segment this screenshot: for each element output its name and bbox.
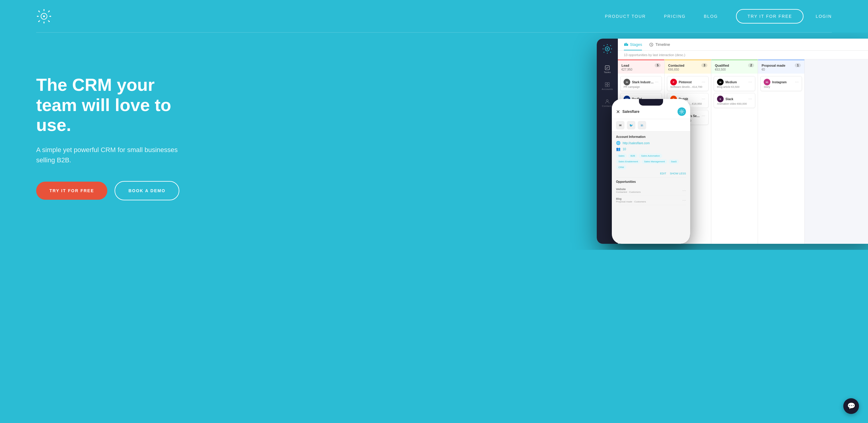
phone-employees-row: 👥 10 [616,147,686,151]
crm-subtitle: 13 opportunities by last interaction (de… [618,51,868,59]
card-desc: Animation video €60,000 [717,102,752,105]
table-row[interactable]: S Slack ⋯ Animation video €60,000 [714,93,755,108]
nav-links: PRODUCT TOUR PRICING BLOG [605,14,718,19]
svg-point-38 [681,113,682,114]
nav-cta-button[interactable]: TRY IT FOR FREE [736,9,804,24]
crm-tab-stages[interactable]: Stages [624,42,642,50]
try-free-button[interactable]: TRY IT FOR FREE [36,181,107,200]
sidebar-item-contacts[interactable]: Contacts [603,99,612,107]
phone-opp-blog[interactable]: Blog Proposal made · Customers ⋯ [616,196,686,205]
opp-menu-icon[interactable]: ⋯ [682,198,686,202]
card-name: Stark Industr… [632,81,655,84]
kanban-col-qualified: Qualified 2 €63,500 M Med [711,59,758,244]
phone-logo [678,107,686,116]
sidebar-accounts-label: Accounts [602,88,613,90]
kanban-proposal-count: 1 [795,63,801,67]
nav-blog[interactable]: BLOG [704,14,718,19]
card-desc: Blog article €3,500 [717,85,752,88]
people-icon: 👥 [616,147,620,151]
table-row[interactable]: M Medium ⋯ Blog article €3,500 [714,76,755,91]
phone-url: http://salesflare.com [623,141,650,145]
card-name: Slack [725,97,748,101]
phone-tags: Sales B2B Sales Automation Sales Enablem… [616,153,686,170]
phone-brand: Salesflare [622,110,640,114]
svg-rect-31 [605,85,607,87]
phone-nav-email-icon[interactable]: ✉ [616,121,624,130]
svg-point-10 [43,9,44,10]
kanban-col-proposal: Proposal made 1 €0 IG Ins [758,59,805,244]
kanban-col-qualified-header: Qualified 2 €63,500 [711,59,758,74]
svg-point-26 [610,45,611,46]
phone-employees: 10 [623,147,626,151]
card-menu-icon[interactable]: ⋯ [655,80,658,84]
card-menu-icon[interactable]: ⋯ [748,97,752,101]
kanban-lead-count: 5 [655,63,661,67]
kanban-contacted-label: Contacted [668,64,684,67]
svg-rect-30 [608,83,610,84]
phone-opp-website[interactable]: Website Contacted · Customers ⋯ [616,186,686,196]
phone-url-row: 🌐 http://salesflare.com [616,141,686,145]
phone-back-icon[interactable]: ✕ [616,109,620,115]
sidebar-item-accounts[interactable]: Accounts [603,82,612,90]
tag-b2b: B2B [628,153,638,158]
sidebar-item-tasks[interactable]: Tasks [603,65,612,74]
book-demo-button[interactable]: BOOK A DEMO [115,181,179,200]
nav-login-button[interactable]: LOGIN [815,14,832,19]
phone-show-less-link[interactable]: SHOW LESS [670,172,686,175]
chat-bubble-button[interactable]: 💬 [843,398,859,414]
kanban-qualified-cards: M Medium ⋯ Blog article €3,500 S [711,74,758,244]
navigation: PRODUCT TOUR PRICING BLOG TRY IT FOR FRE… [0,0,868,33]
card-desc: PR campaign [624,85,658,88]
phone-nav-linkedin-icon[interactable]: in [638,121,646,130]
nav-pricing[interactable]: PRICING [664,14,686,19]
kanban-qualified-count: 2 [748,63,754,67]
tag-sales-automation: Sales Automation [639,153,662,158]
card-menu-icon[interactable]: ⋯ [702,80,705,84]
tag-saas: SaaS [669,159,679,164]
logo[interactable] [36,8,52,24]
phone-edit-link[interactable]: EDIT [660,172,666,175]
card-menu-icon[interactable]: ⋯ [795,80,799,84]
table-row[interactable]: P Pinterest ⋯ Software develo…€14,700 [667,76,709,91]
hero-title: The CRM your team will love to use. [36,75,193,135]
phone-divider [616,177,686,178]
hero-devices: Tasks Accounts [536,33,868,250]
hero-section: The CRM your team will love to use. A si… [0,33,868,250]
card-name: Instagram [772,81,795,84]
tag-crm: CRM [616,165,626,170]
svg-point-40 [684,111,684,112]
card-desc: Story [764,85,799,88]
svg-point-23 [611,49,612,50]
kanban-proposal-amount: €0 [762,68,801,71]
nav-product-tour[interactable]: PRODUCT TOUR [605,14,646,19]
tag-sales-management: Sales Management [642,159,667,164]
phone-content: Account Information 🌐 http://salesflare.… [612,132,690,244]
card-menu-icon[interactable]: ⋯ [702,97,705,101]
phone-nav-twitter-icon[interactable]: 🐦 [627,121,635,130]
card-menu-icon[interactable]: ⋯ [702,114,705,118]
phone-edit-links: EDIT SHOW LESS [616,172,686,175]
table-row[interactable]: SI Stark Industr… ⋯ PR campaign [620,76,662,91]
phone-screen: ✕ Salesflare [612,99,690,244]
table-row[interactable]: IG Instagram ⋯ Story [761,76,802,91]
globe-icon: 🌐 [616,141,620,145]
opp-menu-icon[interactable]: ⋯ [682,189,686,193]
svg-point-20 [607,44,608,45]
hero-buttons: TRY IT FOR FREE BOOK A DEMO [36,181,193,200]
kanban-contacted-amount: €66,650 [668,68,707,71]
tag-sales-enablement: Sales Enablement [616,159,641,164]
svg-point-42 [683,113,684,114]
svg-point-27 [604,52,604,53]
card-menu-icon[interactable]: ⋯ [748,80,752,84]
sidebar-tasks-label: Tasks [604,71,611,74]
crm-tabs: Stages Timeline [624,42,868,50]
kanban-col-contacted-header: Contacted 3 €66,650 [664,59,711,74]
crm-tab-timeline[interactable]: Timeline [649,42,670,50]
crm-header: Stages Timeline [618,38,868,51]
nav-divider [36,32,832,33]
sidebar-contacts-label: Contacts [602,105,613,107]
kanban-col-lead-header: Lead 5 €27,950 [618,59,664,74]
tab-timeline-label: Timeline [655,42,670,47]
phone-mockup: ✕ Salesflare [612,99,690,244]
opp-name-blog: Blog [616,197,646,200]
